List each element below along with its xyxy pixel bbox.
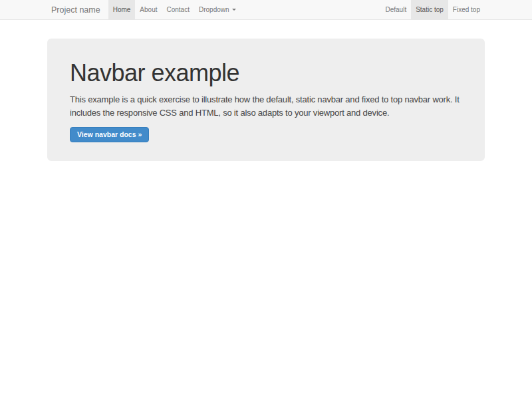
nav-item-home[interactable]: Home [108,0,136,19]
nav-item-about[interactable]: About [135,0,162,19]
view-navbar-docs-button[interactable]: View navbar docs » [70,127,149,142]
nav-item-fixed-top[interactable]: Fixed top [448,0,485,19]
navbar-left-nav: Home About Contact Dropdown [108,0,241,19]
caret-down-icon [232,9,236,11]
nav-item-contact[interactable]: Contact [162,0,194,19]
nav-item-dropdown[interactable]: Dropdown [194,0,241,19]
main-container: Navbar example This example is a quick e… [47,39,485,161]
nav-item-static-top[interactable]: Static top [411,0,448,19]
navbar-brand[interactable]: Project name [47,0,108,19]
navbar-container: Project name Home About Contact Dropdown… [47,0,485,19]
jumbotron-description: This example is a quick exercise to illu… [70,93,462,120]
navbar-right-nav: Default Static top Fixed top [380,0,485,19]
navbar: Project name Home About Contact Dropdown… [0,0,532,20]
nav-item-default[interactable]: Default [380,0,411,19]
nav-item-dropdown-label: Dropdown [199,6,229,13]
page-title: Navbar example [70,60,462,86]
jumbotron: Navbar example This example is a quick e… [47,39,485,161]
